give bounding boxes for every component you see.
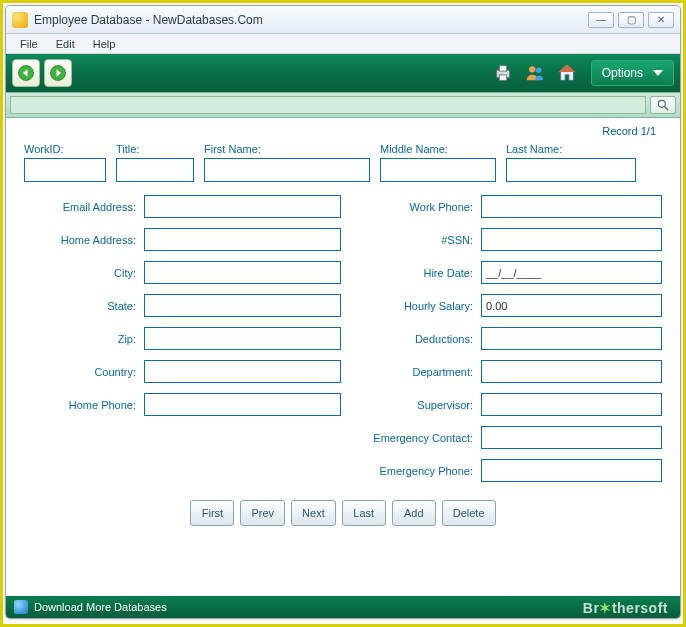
supervisor-input[interactable] [481, 393, 662, 416]
emergencycontact-input[interactable] [481, 426, 662, 449]
emergencyphone-row: Emergency Phone: [345, 459, 662, 482]
toolbar: Options [6, 54, 680, 92]
ssn-input[interactable] [481, 228, 662, 251]
homephone-row: Home Phone: [24, 393, 341, 416]
right-column: Work Phone: #SSN: Hire Date: Hourly Sala… [345, 195, 662, 492]
menu-file[interactable]: File [12, 36, 46, 52]
workid-label: WorkID: [24, 143, 106, 155]
zip-label: Zip: [24, 333, 144, 345]
country-label: Country: [24, 366, 144, 378]
maximize-button[interactable]: ▢ [618, 12, 644, 28]
menu-edit[interactable]: Edit [48, 36, 83, 52]
first-button[interactable]: First [190, 500, 234, 526]
home-icon [556, 62, 578, 84]
statusbar: Download More Databases Br✶thersoft [6, 596, 680, 618]
middlename-input[interactable] [380, 158, 496, 182]
prev-button[interactable]: Prev [240, 500, 285, 526]
salary-row: Hourly Salary: [345, 294, 662, 317]
nav-back-button[interactable] [12, 59, 40, 87]
title-group: Title: [116, 143, 194, 182]
svg-point-5 [529, 66, 535, 72]
deductions-label: Deductions: [345, 333, 481, 345]
columns: Email Address: Home Address: City: State… [24, 195, 662, 492]
record-nav-buttons: First Prev Next Last Add Delete [24, 500, 662, 526]
emergencyphone-input[interactable] [481, 459, 662, 482]
email-input[interactable] [144, 195, 341, 218]
workphone-row: Work Phone: [345, 195, 662, 218]
menu-help[interactable]: Help [85, 36, 124, 52]
add-button[interactable]: Add [392, 500, 436, 526]
email-row: Email Address: [24, 195, 341, 218]
app-icon [12, 12, 28, 28]
city-label: City: [24, 267, 144, 279]
hiredate-input[interactable] [481, 261, 662, 284]
delete-button[interactable]: Delete [442, 500, 496, 526]
lastname-label: Last Name: [506, 143, 636, 155]
department-label: Department: [345, 366, 481, 378]
emergencyphone-label: Emergency Phone: [345, 465, 481, 477]
homephone-label: Home Phone: [24, 399, 144, 411]
minimize-button[interactable]: — [588, 12, 614, 28]
city-input[interactable] [144, 261, 341, 284]
supervisor-row: Supervisor: [345, 393, 662, 416]
svg-point-6 [536, 68, 542, 74]
options-label: Options [602, 66, 643, 80]
search-button[interactable] [650, 96, 676, 114]
workphone-input[interactable] [481, 195, 662, 218]
title-input[interactable] [116, 158, 194, 182]
arrow-right-icon [49, 64, 67, 82]
svg-point-7 [658, 100, 665, 107]
state-row: State: [24, 294, 341, 317]
deductions-input[interactable] [481, 327, 662, 350]
homeaddress-label: Home Address: [24, 234, 144, 246]
firstname-label: First Name: [204, 143, 370, 155]
emergencycontact-row: Emergency Contact: [345, 426, 662, 449]
zip-input[interactable] [144, 327, 341, 350]
ssn-label: #SSN: [345, 234, 481, 246]
state-input[interactable] [144, 294, 341, 317]
supervisor-label: Supervisor: [345, 399, 481, 411]
homeaddress-row: Home Address: [24, 228, 341, 251]
users-button[interactable] [521, 59, 549, 87]
lastname-input[interactable] [506, 158, 636, 182]
homephone-input[interactable] [144, 393, 341, 416]
close-button[interactable]: ✕ [648, 12, 674, 28]
hiredate-row: Hire Date: [345, 261, 662, 284]
department-input[interactable] [481, 360, 662, 383]
country-input[interactable] [144, 360, 341, 383]
home-button[interactable] [553, 59, 581, 87]
title-label: Title: [116, 143, 194, 155]
options-button[interactable]: Options [591, 60, 674, 86]
svg-rect-4 [499, 75, 506, 81]
download-link[interactable]: Download More Databases [34, 601, 167, 613]
homeaddress-input[interactable] [144, 228, 341, 251]
deductions-row: Deductions: [345, 327, 662, 350]
state-label: State: [24, 300, 144, 312]
salary-label: Hourly Salary: [345, 300, 481, 312]
window-buttons: — ▢ ✕ [588, 12, 674, 28]
last-button[interactable]: Last [342, 500, 386, 526]
workid-input[interactable] [24, 158, 106, 182]
country-row: Country: [24, 360, 341, 383]
hiredate-label: Hire Date: [345, 267, 481, 279]
printer-icon [492, 62, 514, 84]
firstname-group: First Name: [204, 143, 370, 182]
city-row: City: [24, 261, 341, 284]
svg-rect-3 [499, 66, 506, 72]
titlebar: Employee Database - NewDatabases.Com — ▢… [6, 6, 680, 34]
outer-frame: Employee Database - NewDatabases.Com — ▢… [0, 0, 686, 627]
salary-input[interactable] [481, 294, 662, 317]
watermark: Br✶thersoft [583, 600, 668, 616]
department-row: Department: [345, 360, 662, 383]
svg-line-8 [665, 107, 669, 111]
menubar: File Edit Help [6, 34, 680, 54]
email-label: Email Address: [24, 201, 144, 213]
next-button[interactable]: Next [291, 500, 336, 526]
nav-forward-button[interactable] [44, 59, 72, 87]
workphone-label: Work Phone: [345, 201, 481, 213]
print-button[interactable] [489, 59, 517, 87]
firstname-input[interactable] [204, 158, 370, 182]
ssn-row: #SSN: [345, 228, 662, 251]
search-input[interactable] [10, 96, 646, 114]
app-window: Employee Database - NewDatabases.Com — ▢… [5, 5, 681, 619]
